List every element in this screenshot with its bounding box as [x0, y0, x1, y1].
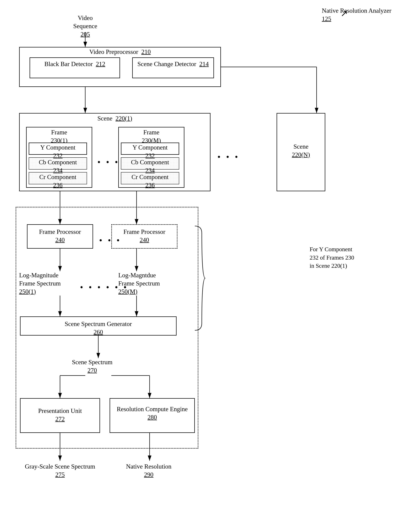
dots-scenes: • • •: [217, 151, 240, 162]
video-preprocessor-label: Video Preprocessor 210: [19, 48, 221, 56]
black-bar-detector-label: Black Bar Detector 212: [29, 60, 120, 68]
frame-processor-2-label: Frame Processor240: [111, 228, 177, 244]
dots-frames: • • •: [97, 156, 120, 168]
curved-arrow-icon: ↗: [341, 8, 348, 19]
frame-230-1-label: Frame230(1): [26, 128, 92, 145]
resolution-compute-label: Resolution Compute Engine 280: [110, 405, 195, 421]
native-resolution-label: Native Resolution 290: [118, 463, 179, 479]
for-y-component-label: For Y Component232 of Frames 230in Scene…: [310, 245, 372, 270]
native-resolution-analyzer-label: Native Resolution Analyzer 125: [322, 7, 391, 23]
frame-230-m-label: Frame230(M): [118, 128, 184, 145]
scene-change-detector-label: Scene Change Detector 214: [132, 60, 214, 68]
scene-spectrum-label: Scene Spectrum270: [64, 358, 120, 374]
scene-spectrum-gen-label: Scene Spectrum Generator260: [20, 320, 177, 336]
scene-220-1-label: Scene 220(1): [19, 114, 211, 123]
video-sequence-label: Video Sequence 205: [66, 14, 104, 38]
cr-component-2-label: Cr Component236: [121, 173, 179, 189]
frame-processor-1-label: Frame Processor240: [27, 228, 93, 244]
presentation-unit-label: Presentation Unit 272: [20, 407, 100, 423]
log-mag-1-label: Log-MagnitudeFrame Spectrum250(1): [19, 271, 75, 295]
scene-220-n-label: Scene220(N): [277, 142, 325, 159]
log-mag-m-label: Log-MagntdueFrame Spectrum250(M): [118, 271, 181, 295]
cr-component-1-label: Cr Component236: [29, 173, 87, 189]
gray-scale-label: Gray-Scale Scene Spectrum 275: [20, 463, 100, 479]
